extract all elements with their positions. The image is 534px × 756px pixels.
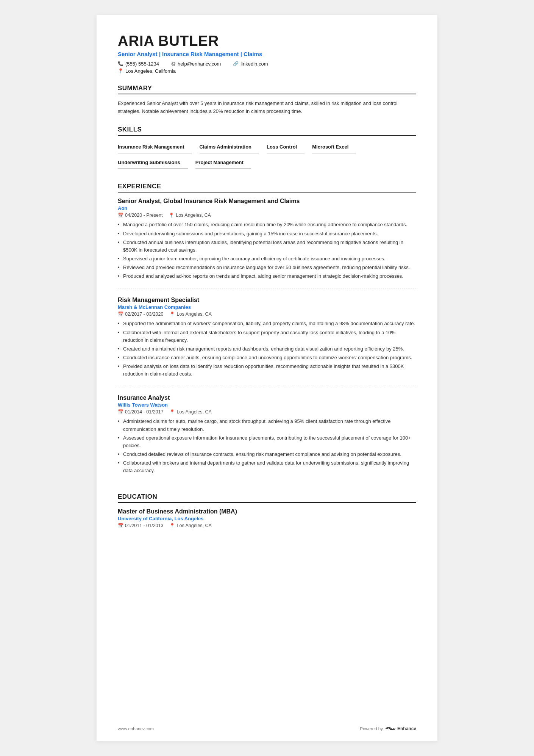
skills-section: SKILLS Insurance Risk ManagementClaims A… xyxy=(118,126,416,172)
bullet-item: Supervised a junior team member, improvi… xyxy=(118,255,416,263)
email-icon: @ xyxy=(171,61,176,66)
bullet-item: Conducted annual business interruption s… xyxy=(118,239,416,254)
footer-website: www.enhancv.com xyxy=(118,726,154,731)
email-text: help@enhancv.com xyxy=(178,61,221,67)
location-icon: 📍 xyxy=(118,68,123,74)
calendar-icon: 📅 xyxy=(118,213,123,218)
job-date: 📅 02/2017 - 03/2020 xyxy=(118,311,163,317)
edu-school: University of California, Los Angeles xyxy=(118,516,416,521)
calendar-icon: 📅 xyxy=(118,311,123,317)
bullet-item: Reviewed and provided recommendations on… xyxy=(118,264,416,271)
job-date: 📅 04/2020 - Present xyxy=(118,213,162,218)
location-text: Los Angeles, California xyxy=(125,68,176,74)
calendar-icon: 📅 xyxy=(118,523,123,528)
bullet-item: Conducted insurance carrier audits, ensu… xyxy=(118,354,416,362)
linkedin-item: 🔗 linkedin.com xyxy=(233,61,268,67)
brand-name: Enhancv xyxy=(397,726,416,731)
skills-grid: Insurance Risk ManagementClaims Administ… xyxy=(118,141,416,172)
bullet-list: Supported the administration of workers'… xyxy=(118,320,416,378)
skill-item: Claims Administration xyxy=(200,141,259,153)
contact-row: 📞 (555) 555-1234 @ help@enhancv.com 🔗 li… xyxy=(118,61,416,67)
candidate-name: ARIA BUTLER xyxy=(118,33,416,49)
skill-item: Project Management xyxy=(195,157,251,169)
bullet-item: Provided analysis on loss data to identi… xyxy=(118,363,416,378)
job-meta: 📅 02/2017 - 03/2020 📍 Los Angeles, CA xyxy=(118,311,416,317)
skills-title: SKILLS xyxy=(118,126,416,136)
linkedin-text: linkedin.com xyxy=(240,61,268,67)
email-item: @ help@enhancv.com xyxy=(171,61,221,67)
job-date: 📅 01/2014 - 01/2017 xyxy=(118,409,163,415)
logo-icon xyxy=(385,726,396,732)
header-section: ARIA BUTLER Senior Analyst | Insurance R… xyxy=(118,33,416,74)
location-item: 📍 Los Angeles, California xyxy=(118,68,176,74)
summary-text: Experienced Senior Analyst with over 5 y… xyxy=(118,100,416,116)
location-text: Los Angeles, CA xyxy=(176,213,211,218)
experience-section: EXPERIENCE Senior Analyst, Global Insura… xyxy=(118,183,416,482)
enhancv-logo: Enhancv xyxy=(385,726,416,732)
resume-document: ARIA BUTLER Senior Analyst | Insurance R… xyxy=(97,15,437,741)
skill-item: Insurance Risk Management xyxy=(118,141,192,153)
skill-item: Microsoft Excel xyxy=(312,141,356,153)
phone-text: (555) 555-1234 xyxy=(125,61,159,67)
calendar-icon: 📅 xyxy=(118,409,123,415)
job-location: 📍 Los Angeles, CA xyxy=(169,311,211,317)
edu-degree: Master of Business Administration (MBA) xyxy=(118,508,416,515)
phone-item: 📞 (555) 555-1234 xyxy=(118,61,159,67)
job-title: Insurance Analyst xyxy=(118,394,416,401)
summary-section: SUMMARY Experienced Senior Analyst with … xyxy=(118,85,416,116)
phone-icon: 📞 xyxy=(118,61,123,66)
bullet-list: Administered claims for auto, marine car… xyxy=(118,418,416,474)
bullet-item: Created and maintained risk management r… xyxy=(118,345,416,353)
job-title: Risk Management Specialist xyxy=(118,297,416,304)
job-meta: 📅 04/2020 - Present 📍 Los Angeles, CA xyxy=(118,213,416,218)
education-entries: Master of Business Administration (MBA) … xyxy=(118,508,416,528)
powered-by-text: Powered by xyxy=(360,726,383,731)
bullet-item: Produced and analyzed ad-hoc reports on … xyxy=(118,272,416,280)
candidate-title: Senior Analyst | Insurance Risk Manageme… xyxy=(118,51,416,57)
bullet-item: Assessed operational exposure informatio… xyxy=(118,434,416,449)
summary-title: SUMMARY xyxy=(118,85,416,94)
location-text: Los Angeles, CA xyxy=(176,409,211,415)
education-title: EDUCATION xyxy=(118,493,416,503)
page-footer: www.enhancv.com Powered by Enhancv xyxy=(118,726,416,732)
job-location: 📍 Los Angeles, CA xyxy=(169,213,211,218)
education-section: EDUCATION Master of Business Administrat… xyxy=(118,493,416,528)
experience-title: EXPERIENCE xyxy=(118,183,416,193)
location-pin-icon: 📍 xyxy=(169,311,175,317)
education-entry: Master of Business Administration (MBA) … xyxy=(118,508,416,528)
experience-entry: Senior Analyst, Global Insurance Risk Ma… xyxy=(118,198,416,288)
location-text: Los Angeles, CA xyxy=(176,311,211,317)
bullet-list: Managed a portfolio of over 150 claims, … xyxy=(118,221,416,280)
date-text: 02/2017 - 03/2020 xyxy=(125,311,163,317)
edu-date: 📅 01/2011 - 01/2013 xyxy=(118,523,163,528)
skill-item: Loss Control xyxy=(267,141,304,153)
job-title: Senior Analyst, Global Insurance Risk Ma… xyxy=(118,198,416,205)
linkedin-icon: 🔗 xyxy=(233,61,239,66)
bullet-item: Collaborated with brokers and internal d… xyxy=(118,459,416,474)
footer-brand: Powered by Enhancv xyxy=(360,726,416,732)
location-pin-icon: 📍 xyxy=(169,523,175,528)
date-text: 01/2014 - 01/2017 xyxy=(125,409,163,415)
location-row: 📍 Los Angeles, California xyxy=(118,68,416,74)
edu-date-text: 01/2011 - 01/2013 xyxy=(125,523,163,528)
experience-entry: Risk Management Specialist Marsh & McLen… xyxy=(118,297,416,386)
edu-location: 📍 Los Angeles, CA xyxy=(169,523,211,528)
bullet-item: Collaborated with internal and external … xyxy=(118,329,416,344)
job-meta: 📅 01/2014 - 01/2017 📍 Los Angeles, CA xyxy=(118,409,416,415)
date-text: 04/2020 - Present xyxy=(125,213,162,218)
bullet-item: Managed a portfolio of over 150 claims, … xyxy=(118,221,416,229)
location-pin-icon: 📍 xyxy=(169,409,175,415)
edu-location-text: Los Angeles, CA xyxy=(176,523,211,528)
edu-meta: 📅 01/2011 - 01/2013 📍 Los Angeles, CA xyxy=(118,523,416,528)
bullet-item: Developed underwriting submissions and p… xyxy=(118,230,416,238)
bullet-item: Supported the administration of workers'… xyxy=(118,320,416,327)
location-pin-icon: 📍 xyxy=(169,213,174,218)
experience-entry: Insurance Analyst Willis Towers Watson 📅… xyxy=(118,394,416,482)
company-name: Aon xyxy=(118,205,416,211)
company-name: Willis Towers Watson xyxy=(118,402,416,408)
skill-item: Underwriting Submissions xyxy=(118,157,188,169)
company-name: Marsh & McLennan Companies xyxy=(118,304,416,310)
bullet-item: Administered claims for auto, marine car… xyxy=(118,418,416,433)
bullet-item: Conducted detailed reviews of insurance … xyxy=(118,451,416,458)
experience-entries: Senior Analyst, Global Insurance Risk Ma… xyxy=(118,198,416,482)
